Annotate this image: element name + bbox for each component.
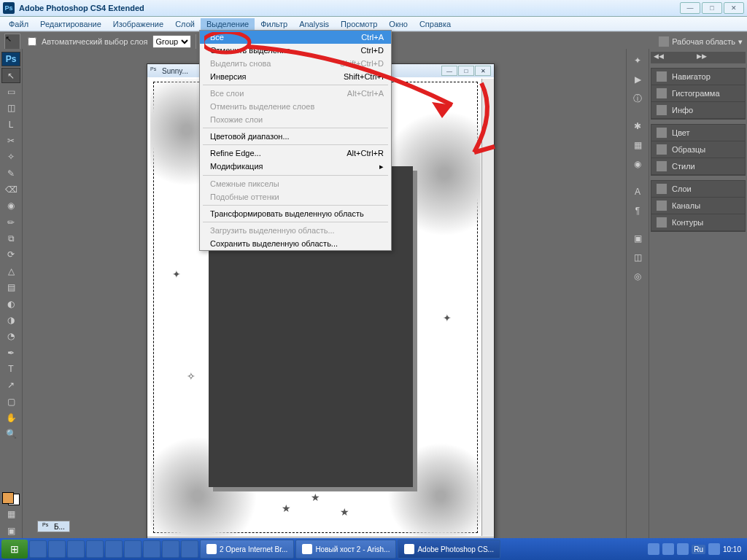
panel-tab[interactable]: Навигатор — [651, 69, 745, 85]
language-indicator[interactable]: Ru — [692, 545, 705, 554]
doc-close-button[interactable]: ✕ — [475, 66, 491, 76]
menu-файл[interactable]: Файл — [3, 18, 34, 30]
tray-icon[interactable] — [677, 543, 689, 555]
tool-icon[interactable] — [1, 475, 20, 490]
menu-окно[interactable]: Окно — [383, 18, 414, 30]
taskbar-task[interactable]: 2 Opera Internet Br... — [200, 540, 294, 559]
panel-tab[interactable]: Образцы — [651, 141, 745, 158]
tool-icon[interactable]: ✏ — [1, 215, 20, 230]
panel-icon[interactable]: ⓘ — [628, 90, 647, 107]
quicklaunch-icon[interactable] — [86, 540, 104, 558]
quicklaunch-icon[interactable] — [124, 540, 142, 558]
tool-icon[interactable]: ✧ — [1, 149, 20, 164]
menu-item[interactable]: ИнверсияShift+Ctrl+I — [200, 70, 391, 83]
panel-tab[interactable]: Гистограмма — [651, 85, 745, 102]
tool-icon[interactable]: ◫ — [1, 101, 20, 115]
clock[interactable]: 10:10 — [723, 545, 741, 553]
menu-item[interactable]: Refine Edge...Alt+Ctrl+R — [200, 147, 391, 160]
panel-tab[interactable]: Стили — [651, 158, 745, 175]
menu-просмотр[interactable]: Просмотр — [335, 18, 383, 30]
taskbar-task[interactable]: Adobe Photoshop CS... — [398, 540, 500, 559]
panel-icon[interactable]: ✱ — [628, 117, 647, 135]
tool-icon[interactable]: ⌫ — [1, 182, 20, 197]
menu-item[interactable]: ВсеCtrl+A — [200, 31, 391, 44]
doc-maximize-button[interactable]: □ — [458, 66, 474, 76]
panel-icon[interactable]: ◉ — [628, 155, 647, 173]
panel-icon[interactable] — [628, 174, 647, 182]
screen-mode-icon[interactable]: ▦ — [1, 507, 20, 521]
taskbar-task[interactable]: Новый хост 2 - Arish... — [295, 540, 396, 559]
quicklaunch-icon[interactable] — [48, 540, 66, 558]
doc-minimize-button[interactable]: — — [441, 66, 457, 76]
quicklaunch-icon[interactable] — [143, 540, 160, 558]
quicklaunch-icon[interactable] — [181, 540, 198, 558]
tool-icon[interactable]: ◉ — [1, 198, 20, 213]
panel-icon[interactable]: ¶ — [628, 202, 647, 219]
screen-mode-icon[interactable]: ▣ — [1, 523, 20, 537]
panel-icon[interactable] — [628, 109, 647, 116]
auto-select-type[interactable]: Group — [152, 35, 191, 48]
menu-выделение[interactable]: Выделение — [201, 18, 255, 30]
menu-item[interactable]: Отменить выделениеCtrl+D — [200, 44, 391, 57]
quicklaunch-icon[interactable] — [29, 540, 47, 558]
maximize-button[interactable]: □ — [702, 2, 722, 14]
menu-analysis[interactable]: Analysis — [293, 18, 335, 30]
panel-icon[interactable]: ▶ — [628, 71, 647, 88]
tray-icon[interactable] — [708, 543, 720, 555]
menu-item[interactable]: Модификация▸ — [200, 160, 391, 174]
quicklaunch-icon[interactable] — [67, 540, 85, 558]
tool-icon[interactable]: ✋ — [1, 411, 20, 425]
color-swatch[interactable] — [2, 492, 20, 505]
panel-icon[interactable]: ◎ — [628, 268, 647, 285]
panel-tab[interactable]: Цвет — [651, 125, 745, 141]
tool-icon[interactable]: △ — [1, 264, 20, 279]
minimized-doc[interactable]: PsБ... — [37, 521, 70, 532]
tool-icon[interactable]: ⟳ — [1, 247, 20, 262]
menu-слой[interactable]: Слой — [169, 18, 201, 30]
auto-select-checkbox[interactable]: Автоматический выбор слоя — [25, 35, 148, 48]
tool-icon[interactable]: Ps — [1, 52, 20, 66]
tool-icon[interactable]: ✂ — [1, 133, 20, 148]
menu-item[interactable]: Цветовой диапазон... — [200, 130, 391, 143]
tool-icon[interactable]: ✎ — [1, 166, 20, 181]
tool-icon[interactable]: ✒ — [1, 345, 20, 359]
start-button[interactable]: ⊞ — [1, 540, 28, 559]
panel-tab[interactable]: Контуры — [651, 214, 745, 231]
tool-icon[interactable]: ◔ — [1, 329, 20, 343]
menu-редактирование[interactable]: Редактирование — [34, 18, 107, 30]
panel-icon[interactable]: ◫ — [628, 249, 647, 266]
tool-icon[interactable]: ▢ — [1, 394, 20, 409]
tool-icon[interactable]: ↗ — [1, 378, 20, 392]
tool-icon[interactable]: ▭ — [1, 85, 20, 99]
panel-icon[interactable]: A — [628, 183, 647, 201]
menu-справка[interactable]: Справка — [414, 18, 457, 30]
panel-tab[interactable]: Слои — [651, 181, 745, 198]
tool-icon[interactable] — [1, 459, 20, 474]
tool-icon[interactable]: ↖ — [1, 68, 20, 82]
menu-изображение[interactable]: Изображение — [107, 18, 169, 30]
workspace-switcher[interactable]: Рабочая область ▾ — [659, 36, 743, 47]
panel-icon[interactable]: ▣ — [628, 230, 647, 247]
tool-icon[interactable]: ▤ — [1, 280, 20, 295]
panel-tab[interactable]: Каналы — [651, 198, 745, 214]
document-vscrollbar[interactable] — [481, 79, 494, 536]
panel-icon[interactable]: ▦ — [628, 136, 647, 154]
tool-icon[interactable]: T — [1, 362, 20, 376]
tool-icon[interactable]: ⧉ — [1, 231, 20, 246]
tool-icon[interactable]: 🔍 — [1, 427, 20, 441]
panel-icon[interactable] — [628, 221, 647, 228]
tool-icon[interactable]: ◑ — [1, 313, 20, 327]
menu-item[interactable]: Сохранить выделенную область... — [200, 237, 391, 250]
tool-icon[interactable]: L — [1, 117, 20, 131]
tool-icon[interactable]: ◐ — [1, 296, 20, 311]
minimize-button[interactable]: — — [680, 2, 700, 14]
quicklaunch-icon[interactable] — [162, 540, 179, 558]
panel-tab[interactable]: Инфо — [651, 102, 745, 119]
close-button[interactable]: ✕ — [724, 2, 744, 14]
quicklaunch-icon[interactable] — [105, 540, 123, 558]
tray-icon[interactable] — [662, 543, 674, 555]
panel-icon[interactable]: ✦ — [628, 52, 647, 69]
tray-icon[interactable] — [648, 543, 659, 555]
menu-фильтр[interactable]: Фильтр — [255, 18, 293, 30]
tool-icon[interactable] — [1, 443, 20, 458]
